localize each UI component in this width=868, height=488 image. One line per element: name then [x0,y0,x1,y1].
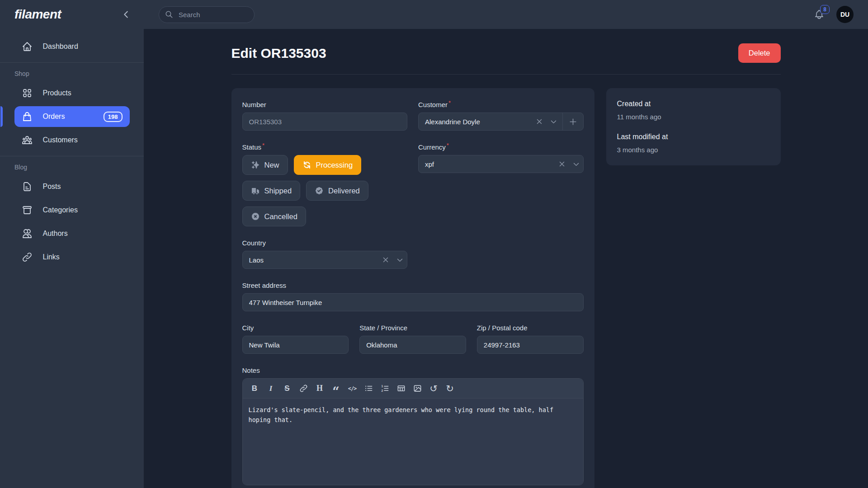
topbar: filament 8 DU [0,0,868,29]
created-at-label: Created at [617,100,770,108]
customer-clear-button[interactable] [532,113,547,130]
field-zip: Zip / Postal code [477,324,584,354]
status-option-label: Processing [316,161,353,169]
sidebar-collapse-button[interactable] [119,8,133,21]
notes-content[interactable]: Lizard's slate-pencil, and the three gar… [243,399,583,485]
strikethrough-icon[interactable]: S [281,382,293,395]
number-input[interactable] [242,113,408,131]
field-currency: Currency * xpf [418,143,584,226]
state-input[interactable] [359,336,466,354]
rich-text-editor: B I S H “ </> [242,378,584,485]
city-input[interactable] [242,336,349,354]
city-label: City [242,324,254,332]
chevron-down-icon [547,113,561,130]
app-logo: filament [14,7,61,22]
notifications-count-badge: 8 [820,5,830,14]
create-customer-button[interactable] [562,113,583,130]
field-state: State / Province [359,324,466,354]
sidebar-item-label: Dashboard [43,42,78,51]
sidebar-item-links[interactable]: Links [14,247,130,267]
last-modified-block: Last modified at 3 months ago [617,133,770,154]
chevron-down-icon [393,251,407,268]
link-icon [22,252,33,263]
created-at-value: 11 months ago [617,113,770,121]
street-address-input[interactable] [242,293,584,311]
link-icon[interactable] [297,382,310,395]
status-option-cancelled[interactable]: Cancelled [242,206,306,226]
customer-label: Customer [418,101,448,108]
svg-text:1: 1 [381,385,383,388]
document-icon [22,181,33,192]
sidebar-item-posts[interactable]: Posts [14,176,130,197]
sidebar-item-customers[interactable]: Customers [14,130,130,150]
status-option-new[interactable]: New [242,155,288,175]
x-circle-icon [251,212,260,221]
status-option-processing[interactable]: Processing [294,155,362,175]
user-avatar[interactable]: DU [836,6,854,23]
user-group-icon [22,135,33,145]
sidebar-item-label: Posts [43,183,61,191]
status-label: Status [242,143,262,151]
bold-icon[interactable]: B [249,382,261,395]
x-icon [382,256,390,264]
chevron-left-icon [121,9,131,19]
currency-select[interactable]: xpf [418,155,584,173]
x-icon [558,160,566,168]
country-clear-button[interactable] [378,251,393,268]
sidebar-item-authors[interactable]: Authors [14,223,130,244]
delete-button[interactable]: Delete [738,43,781,63]
required-asterisk: * [448,100,451,106]
search-input[interactable] [178,10,248,19]
image-icon[interactable] [411,382,424,395]
zip-input[interactable] [477,336,584,354]
sidebar-item-products[interactable]: Products [14,83,130,103]
sidebar-group-blog: Blog [14,164,144,171]
italic-icon[interactable]: I [265,382,277,395]
code-icon[interactable]: </> [346,382,359,395]
ordered-list-icon[interactable]: 12 [379,382,391,395]
sidebar-item-label: Categories [43,206,78,214]
global-search[interactable] [159,6,255,23]
status-option-label: Delivered [328,187,360,195]
field-city: City [242,324,349,354]
status-option-delivered[interactable]: Delivered [306,181,368,201]
redo-icon[interactable]: ↻ [444,382,456,395]
users-icon [22,228,33,239]
sidebar-item-dashboard[interactable]: Dashboard [14,36,130,57]
field-status: Status * New Processing [242,143,408,226]
zip-label: Zip / Postal code [477,324,528,332]
arrows-circular-icon [302,160,311,169]
heading-icon[interactable]: H [314,382,326,395]
brand-area: filament [0,7,144,22]
currency-clear-button[interactable] [555,155,569,173]
sidebar-item-orders[interactable]: Orders 198 [14,106,130,127]
notifications-button[interactable]: 8 [814,9,825,20]
x-icon [535,117,543,126]
grid-icon [22,88,33,99]
undo-icon[interactable]: ↺ [428,382,440,395]
page-header: Edit OR135303 Delete [231,43,781,63]
customer-selected-value: Alexandrine Doyle [419,118,532,126]
customer-select[interactable]: Alexandrine Doyle [418,113,584,131]
required-asterisk: * [262,142,264,148]
sidebar-divider [0,156,144,156]
blockquote-icon[interactable]: “ [330,382,342,395]
bullet-list-icon[interactable] [363,382,375,395]
sidebar-divider [0,62,144,63]
sidebar-item-categories[interactable]: Categories [14,200,130,221]
sidebar-item-label: Products [43,89,71,97]
notes-label: Notes [242,366,260,374]
truck-icon [251,186,260,195]
number-label: Number [242,101,266,108]
table-icon[interactable] [395,382,407,395]
country-select[interactable]: Laos [242,251,407,269]
order-form-card: Number Customer * Alexandrine Doyle [231,88,594,488]
home-icon [22,41,33,52]
status-option-shipped[interactable]: Shipped [242,181,301,201]
editor-toolbar: B I S H “ </> [243,379,583,399]
shopping-bag-icon [22,111,33,122]
main-content: Edit OR135303 Delete Number Customer * [144,29,868,488]
sparkles-icon [251,160,260,169]
plus-icon [569,117,577,126]
field-notes: Notes B I S H “ </> [242,366,584,485]
